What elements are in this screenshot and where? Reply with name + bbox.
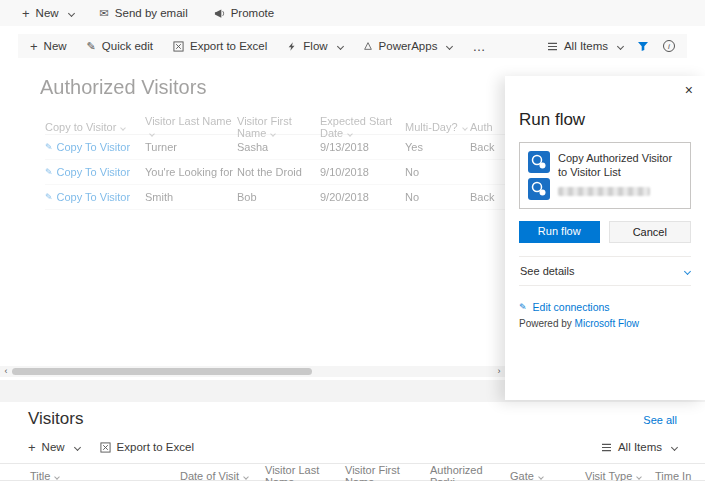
cell-start-date: 9/10/2018 (320, 166, 405, 178)
filter-icon[interactable] (637, 40, 649, 52)
view-selector-visitors[interactable]: All Items (601, 441, 677, 453)
export-to-excel-button[interactable]: Export to Excel (173, 40, 267, 52)
new-button-top[interactable]: + New (22, 7, 74, 20)
chevron-down-icon (271, 131, 277, 137)
scroll-left-icon[interactable]: ‹ (0, 366, 12, 377)
visitors-toolbar: + New Export to Excel All Items (0, 438, 705, 456)
pencil-icon: ✎ (45, 142, 53, 152)
pencil-icon: ✎ (45, 167, 53, 177)
promote-button[interactable]: Promote (214, 7, 274, 19)
column-header-visit-type[interactable]: Visit Type (585, 470, 655, 481)
close-icon[interactable]: × (685, 82, 693, 98)
quick-edit-button[interactable]: ✎ Quick edit (87, 40, 153, 53)
view-selector[interactable]: All Items (547, 40, 623, 52)
flow-menu-button[interactable]: Flow (287, 40, 342, 52)
chevron-down-icon (347, 131, 353, 137)
site-command-bar: + New ✉ Send by email Promote (0, 0, 705, 26)
copy-to-visitor-link[interactable]: ✎Copy To Visitor (45, 141, 145, 153)
column-header-title[interactable]: Title (30, 470, 180, 481)
sharepoint-icon (528, 178, 550, 200)
envelope-icon: ✉ (100, 7, 109, 20)
add-icon: + (28, 441, 36, 454)
sharepoint-icon (528, 151, 550, 173)
column-header-copy-to-visitor[interactable]: Copy to Visitor (45, 121, 145, 133)
chevron-down-icon (149, 131, 155, 137)
visitors-table: Title Date of Visit Visitor Last Name Vi… (0, 463, 705, 481)
see-all-link[interactable]: See all (643, 414, 677, 426)
list-command-bar: + New ✎ Quick edit Export to Excel Flow … (18, 34, 687, 58)
table-header-row: Copy to Visitor Visitor Last Name Visito… (45, 115, 575, 135)
column-header-expected-start-date[interactable]: Expected Start Date (320, 115, 405, 139)
cell-multi-day: Yes (405, 141, 470, 153)
flow-name: Copy Authorized Visitor to Visitor List (558, 151, 682, 180)
chevron-down-icon (462, 125, 468, 131)
cell-last-name: You're Looking for (145, 166, 237, 178)
copy-to-visitor-link[interactable]: ✎Copy To Visitor (45, 166, 145, 178)
column-header-date-of-visit[interactable]: Date of Visit (180, 470, 265, 481)
pencil-icon: ✎ (87, 40, 96, 53)
column-header-visitor-last-name[interactable]: Visitor Last Name (265, 464, 345, 481)
excel-export-icon (100, 442, 111, 453)
chevron-down-icon (636, 474, 642, 480)
more-commands-button[interactable]: … (472, 39, 486, 54)
cell-multi-day: No (405, 191, 470, 203)
scrollbar-thumb[interactable] (12, 368, 312, 375)
new-label: New (36, 7, 59, 19)
table-header-row: Title Date of Visit Visitor Last Name Vi… (0, 463, 705, 481)
cancel-button[interactable]: Cancel (609, 221, 692, 243)
send-by-email-button[interactable]: ✉ Send by email (100, 7, 188, 20)
column-header-visitor-first-name[interactable]: Visitor First Name (345, 464, 430, 481)
column-header-authorized-parking[interactable]: Authorized Parki (430, 464, 510, 481)
megaphone-icon (214, 8, 225, 19)
info-icon[interactable]: i (663, 40, 675, 52)
flow-icon (287, 41, 297, 52)
see-details-toggle[interactable]: See details (519, 257, 691, 285)
column-header-visitor-last-name[interactable]: Visitor Last Name (145, 115, 237, 139)
column-header-gate[interactable]: Gate (510, 470, 585, 481)
chevron-down-icon (671, 443, 678, 450)
run-flow-button[interactable]: Run flow (519, 221, 600, 243)
visitors-section: Visitors See all + New Export to Excel A… (0, 402, 705, 481)
powered-by: Powered by Microsoft Flow (519, 318, 691, 329)
cell-start-date: 9/13/2018 (320, 141, 405, 153)
cell-first-name: Sasha (237, 141, 320, 153)
scroll-right-icon[interactable]: › (493, 366, 505, 377)
chevron-down-icon (243, 474, 249, 480)
export-to-excel-button-visitors[interactable]: Export to Excel (100, 441, 194, 453)
visitors-title: Visitors (28, 409, 83, 429)
flow-card: Copy Authorized Visitor to Visitor List (519, 142, 691, 209)
view-list-icon (547, 42, 558, 51)
new-button-visitors[interactable]: + New (28, 441, 80, 454)
powerapps-icon (363, 41, 373, 51)
edit-connections-link[interactable]: ✎ Edit connections (519, 301, 691, 313)
chevron-down-icon (74, 443, 81, 450)
powerapps-menu-button[interactable]: PowerApps (363, 40, 453, 52)
chevron-down-icon (617, 42, 624, 49)
chevron-down-icon (68, 9, 75, 16)
panel-title: Run flow (519, 110, 691, 130)
table-row[interactable]: ✎Copy To Visitor You're Looking for Not … (45, 160, 575, 185)
column-header-time-in[interactable]: Time In (655, 470, 705, 481)
new-button[interactable]: + New (30, 40, 67, 53)
copy-to-visitor-link[interactable]: ✎Copy To Visitor (45, 191, 145, 203)
divider (519, 285, 691, 286)
authorized-visitors-section: Authorized Visitors Copy to Visitor Visi… (0, 76, 705, 380)
excel-export-icon (173, 41, 184, 52)
microsoft-flow-link[interactable]: Microsoft Flow (575, 318, 639, 329)
chevron-down-icon (120, 125, 126, 131)
cell-last-name: Smith (145, 191, 237, 203)
chevron-down-icon (446, 42, 453, 49)
cell-multi-day: No (405, 166, 470, 178)
column-header-multi-day[interactable]: Multi-Day? (405, 121, 470, 133)
table-row[interactable]: ✎Copy To Visitor Smith Bob 9/20/2018 No … (45, 185, 575, 210)
add-icon: + (22, 7, 30, 20)
chevron-down-icon (538, 474, 544, 480)
horizontal-scrollbar[interactable]: ‹ › (0, 366, 505, 377)
column-header-visitor-first-name[interactable]: Visitor First Name (237, 115, 320, 139)
chevron-down-icon (55, 474, 61, 480)
chevron-down-icon (337, 42, 344, 49)
view-list-icon (601, 443, 612, 452)
pencil-icon: ✎ (45, 192, 53, 202)
cell-first-name: Not the Droid (237, 166, 320, 178)
run-flow-panel: × Run flow Copy Authorized Visitor to Vi… (505, 76, 705, 400)
